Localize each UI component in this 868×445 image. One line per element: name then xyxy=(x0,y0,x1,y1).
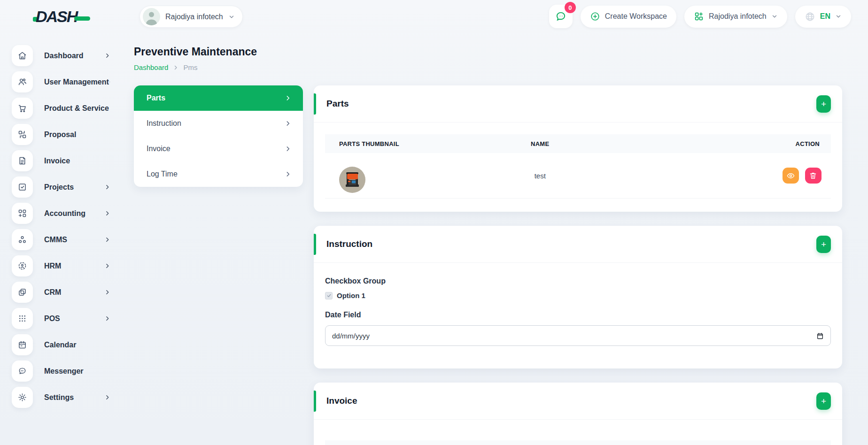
eye-icon xyxy=(786,171,795,180)
users-icon xyxy=(12,71,33,92)
sidebar-item-settings[interactable]: Settings xyxy=(12,387,110,408)
cards-column: Parts + PARTS THUMBNAIL NAME ACTION xyxy=(314,85,842,445)
chevron-down-icon xyxy=(835,13,842,20)
parts-card-title: Parts xyxy=(326,99,349,109)
part-name-cell: test xyxy=(451,172,628,180)
subnav-item-parts[interactable]: Parts xyxy=(134,85,303,111)
create-workspace-label: Create Workspace xyxy=(605,12,667,21)
trash-icon xyxy=(809,171,817,180)
add-invoice-button[interactable]: + xyxy=(816,392,831,410)
delete-part-button[interactable] xyxy=(805,168,822,184)
sidebar-item-calendar[interactable]: Calendar xyxy=(12,334,110,355)
add-part-button[interactable]: + xyxy=(816,95,831,113)
date-input-placeholder: dd/mm/yyyy xyxy=(332,332,370,340)
chevron-right-icon xyxy=(285,146,291,152)
parts-card-header: Parts + xyxy=(314,85,842,123)
instruction-card: Instruction + Checkbox Group Option 1 Da… xyxy=(314,226,842,368)
date-picker-calendar-icon xyxy=(816,332,824,340)
sidebar-item-label: User Management xyxy=(44,78,109,86)
subnav-item-invoice[interactable]: Invoice xyxy=(134,136,303,161)
frames-icon xyxy=(12,282,33,303)
messages-button[interactable]: 0 xyxy=(549,5,573,28)
sidebar-item-label: Product & Service xyxy=(44,104,109,113)
sidebar-item-invoice[interactable]: Invoice xyxy=(12,150,110,171)
subnav-item-label: Log Time xyxy=(147,170,178,178)
logo-accent-dash xyxy=(74,16,90,21)
create-workspace-button[interactable]: Create Workspace xyxy=(581,6,676,28)
sidebar-item-product-service[interactable]: Product & Service xyxy=(12,98,110,119)
invoice-table: INVOICE COST DESCRIPTION ACTION xyxy=(325,440,831,445)
breadcrumb: Dashboard Pms xyxy=(134,63,848,71)
chevron-down-icon xyxy=(228,14,235,20)
sidebar-item-accounting[interactable]: Accounting xyxy=(12,203,110,224)
sidebar-item-hrm[interactable]: HRM xyxy=(12,255,110,276)
sidebar-item-label: CMMS xyxy=(44,236,67,244)
avatar xyxy=(143,8,160,25)
part-thumbnail-image xyxy=(339,167,451,193)
sidebar-item-dashboard[interactable]: Dashboard xyxy=(12,45,110,66)
chevron-right-icon xyxy=(104,315,110,322)
parts-card: Parts + PARTS THUMBNAIL NAME ACTION xyxy=(314,85,842,212)
invoice-card-body: INVOICE COST DESCRIPTION ACTION xyxy=(314,420,842,445)
topbar-actions: 0 Create Workspace Rajodiya infotech xyxy=(549,5,851,28)
checkbox-group-label: Checkbox Group xyxy=(325,277,831,285)
chevron-right-icon xyxy=(104,394,110,400)
invoice-card-title: Invoice xyxy=(326,396,357,406)
chevron-right-icon xyxy=(109,79,110,85)
check-square-icon xyxy=(12,176,33,198)
subnav-item-label: Instruction xyxy=(147,119,181,128)
sidebar-item-crm[interactable]: CRM xyxy=(12,282,110,303)
pms-subnav-card: Parts Instruction Invoice Log Time xyxy=(134,85,303,187)
sidebar-item-user-management[interactable]: User Management xyxy=(12,71,110,92)
instruction-card-title: Instruction xyxy=(326,239,372,249)
workspace-menu-label: Rajodiya infotech xyxy=(709,12,767,21)
topbar: DASH Rajodiya infotech 0 xyxy=(0,0,868,33)
sidebar-item-label: Projects xyxy=(44,183,74,192)
col-name: NAME xyxy=(451,140,628,147)
sidebar-item-label: POS xyxy=(44,315,60,323)
invoice-card: Invoice + INVOICE COST DESCRIPTION ACTIO… xyxy=(314,383,842,445)
card-accent-bar xyxy=(314,93,316,115)
option-1-checkbox[interactable] xyxy=(325,292,333,299)
check-icon xyxy=(326,293,332,298)
date-input[interactable]: dd/mm/yyyy xyxy=(325,325,831,346)
subnav-item-label: Invoice xyxy=(147,145,170,153)
chevron-right-icon xyxy=(104,289,110,295)
subnav-item-log-time[interactable]: Log Time xyxy=(134,161,303,187)
chevron-right-icon xyxy=(104,237,110,243)
sidebar-item-label: Proposal xyxy=(44,130,76,139)
chat-bubble-icon xyxy=(555,10,567,23)
sidebar-item-projects[interactable]: Projects xyxy=(12,176,110,198)
sidebar-item-label: CRM xyxy=(44,288,61,297)
chevron-right-icon xyxy=(104,263,110,269)
user-avatar-icon xyxy=(143,8,160,25)
logo[interactable]: DASH xyxy=(33,8,90,26)
add-instruction-button[interactable]: + xyxy=(816,236,831,253)
view-part-button[interactable] xyxy=(783,168,799,184)
workspace-menu[interactable]: Rajodiya infotech xyxy=(684,6,787,28)
calendar-icon xyxy=(12,334,33,355)
parts-table-header: PARTS THUMBNAIL NAME ACTION xyxy=(325,134,831,153)
sidebar-item-label: Accounting xyxy=(44,209,85,218)
user-menu[interactable]: Rajodiya infotech xyxy=(140,6,243,28)
invoice-card-header: Invoice + xyxy=(314,383,842,420)
sidebar-item-messenger[interactable]: Messenger xyxy=(12,361,110,382)
person-scan-icon xyxy=(12,255,33,276)
parts-table: PARTS THUMBNAIL NAME ACTION xyxy=(325,134,831,199)
swap-boxes-icon xyxy=(12,124,33,145)
language-menu[interactable]: EN xyxy=(795,6,851,28)
breadcrumb-dashboard-link[interactable]: Dashboard xyxy=(134,63,168,71)
chevron-down-icon xyxy=(771,13,778,20)
sidebar-item-pos[interactable]: POS xyxy=(12,308,110,329)
table-row: test xyxy=(325,153,831,199)
user-menu-label: Rajodiya infotech xyxy=(165,13,223,21)
subnav-item-instruction[interactable]: Instruction xyxy=(134,111,303,136)
document-icon xyxy=(12,150,33,171)
sidebar-item-proposal[interactable]: Proposal xyxy=(12,124,110,145)
breadcrumb-current: Pms xyxy=(183,63,197,71)
instruction-card-body: Checkbox Group Option 1 Date Field dd/mm… xyxy=(314,263,842,368)
chevron-right-icon xyxy=(285,120,291,127)
sidebar-item-cmms[interactable]: CMMS xyxy=(12,229,110,250)
messages-badge: 0 xyxy=(565,2,576,13)
col-action: ACTION xyxy=(628,140,831,147)
